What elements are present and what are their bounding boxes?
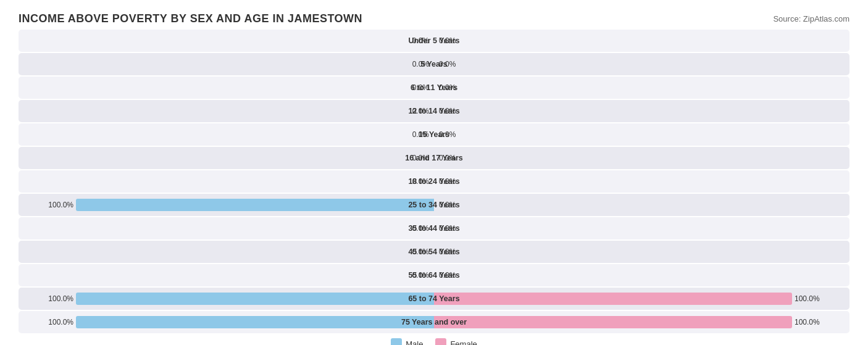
table-row: 0.0%45 to 54 Years0.0% bbox=[19, 241, 849, 263]
legend-male-box bbox=[391, 338, 402, 345]
table-row: 0.0%15 Years0.0% bbox=[19, 123, 849, 146]
male-value: 0.0% bbox=[412, 271, 429, 280]
male-value: 0.0% bbox=[412, 247, 429, 256]
male-value: 0.0% bbox=[412, 224, 429, 233]
female-value: 0.0% bbox=[439, 224, 456, 233]
table-row: 0.0%Under 5 Years0.0% bbox=[19, 30, 849, 52]
female-value: 0.0% bbox=[439, 201, 456, 209]
female-value: 0.0% bbox=[439, 177, 456, 186]
male-value: 100.0% bbox=[48, 201, 73, 209]
female-value: 100.0% bbox=[795, 318, 820, 326]
female-value: 0.0% bbox=[439, 107, 456, 115]
legend-female-label: Female bbox=[450, 339, 477, 346]
male-value: 0.0% bbox=[412, 130, 429, 139]
table-row: 0.0%18 to 24 Years0.0% bbox=[19, 170, 849, 193]
table-row: 100.0%65 to 74 Years100.0% bbox=[19, 288, 849, 310]
male-value: 100.0% bbox=[48, 318, 73, 326]
male-bar bbox=[76, 293, 434, 305]
female-value: 100.0% bbox=[795, 294, 820, 303]
female-value: 0.0% bbox=[439, 247, 456, 256]
female-value: 0.0% bbox=[439, 60, 456, 69]
female-bar bbox=[434, 293, 792, 305]
female-value: 0.0% bbox=[439, 36, 456, 45]
male-value: 0.0% bbox=[412, 36, 429, 45]
male-bar bbox=[76, 316, 434, 328]
male-bar bbox=[76, 199, 434, 211]
table-row: 0.0%35 to 44 Years0.0% bbox=[19, 217, 849, 239]
table-row: 0.0%5 Years0.0% bbox=[19, 53, 849, 75]
male-value: 100.0% bbox=[48, 294, 73, 303]
table-row: 100.0%75 Years and over100.0% bbox=[19, 311, 849, 333]
table-row: 0.0%55 to 64 Years0.0% bbox=[19, 264, 849, 286]
table-row: 100.0%25 to 34 Years0.0% bbox=[19, 194, 849, 216]
legend: Male Female bbox=[19, 338, 849, 345]
male-value: 0.0% bbox=[412, 107, 429, 115]
female-value: 0.0% bbox=[439, 130, 456, 139]
male-value: 0.0% bbox=[412, 154, 429, 162]
female-value: 0.0% bbox=[439, 154, 456, 162]
legend-male-label: Male bbox=[406, 339, 423, 346]
chart-container: 0.0%Under 5 Years0.0%0.0%5 Years0.0%0.0%… bbox=[19, 30, 849, 333]
male-value: 0.0% bbox=[412, 83, 429, 92]
table-row: 0.0%16 and 17 Years0.0% bbox=[19, 147, 849, 169]
table-row: 0.0%6 to 11 Years0.0% bbox=[19, 77, 849, 99]
male-value: 0.0% bbox=[412, 60, 429, 69]
female-bar bbox=[434, 316, 792, 328]
female-value: 0.0% bbox=[439, 83, 456, 92]
legend-female-box bbox=[435, 338, 446, 345]
table-row: 0.0%12 to 14 Years0.0% bbox=[19, 100, 849, 122]
male-value: 0.0% bbox=[412, 177, 429, 186]
legend-male: Male bbox=[391, 338, 423, 345]
female-value: 0.0% bbox=[439, 271, 456, 280]
legend-female: Female bbox=[435, 338, 477, 345]
